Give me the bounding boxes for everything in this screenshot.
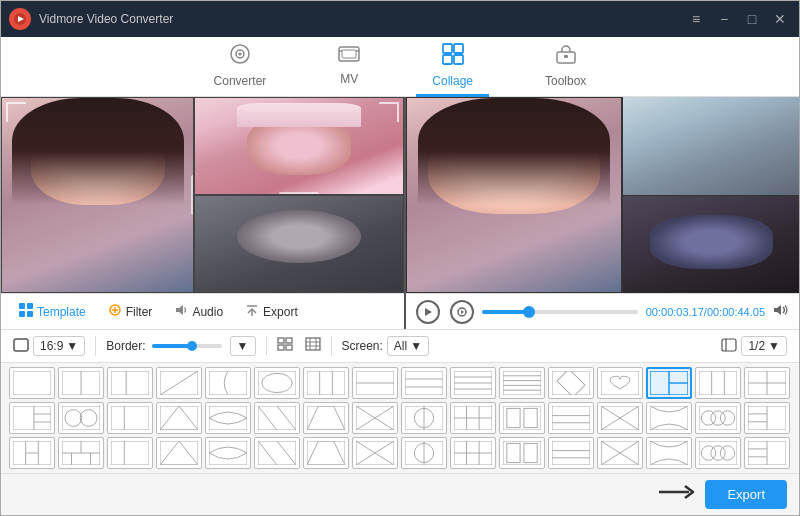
menu-button[interactable]: ≡	[685, 8, 707, 30]
grid-icon[interactable]	[277, 337, 293, 355]
progress-dot[interactable]	[523, 306, 535, 318]
template-cell-0[interactable]	[9, 367, 55, 399]
template-cell-30[interactable]	[695, 402, 741, 434]
svg-rect-48	[307, 371, 345, 395]
template-cell-41[interactable]	[450, 437, 496, 469]
corner-handle-tr[interactable]	[379, 102, 399, 122]
template-cell-40[interactable]	[401, 437, 447, 469]
svg-marker-24	[461, 310, 464, 314]
mv-icon	[338, 45, 360, 68]
template-cell-20[interactable]	[205, 402, 251, 434]
svg-rect-14	[564, 55, 568, 58]
template-cell-9[interactable]	[450, 367, 496, 399]
border-dropdown[interactable]: ▼	[230, 336, 256, 356]
export-toolbar-btn[interactable]: Export	[235, 299, 308, 324]
template-cell-23[interactable]	[352, 402, 398, 434]
template-cell-45[interactable]	[646, 437, 692, 469]
template-cell-1[interactable]	[58, 367, 104, 399]
tab-converter[interactable]: Converter	[198, 37, 283, 97]
minimize-button[interactable]: −	[713, 8, 735, 30]
svg-marker-160	[601, 441, 620, 465]
preview-cell-room	[623, 97, 799, 196]
svg-rect-66	[557, 371, 585, 395]
maximize-button[interactable]: □	[741, 8, 763, 30]
template-cell-2[interactable]	[107, 367, 153, 399]
photo-cake	[195, 98, 403, 194]
close-button[interactable]: ✕	[769, 8, 791, 30]
svg-line-140	[277, 441, 296, 465]
audio-btn[interactable]: Audio	[164, 299, 233, 324]
corner-handle-tl[interactable]	[6, 102, 26, 122]
template-cell-31[interactable]	[744, 402, 790, 434]
template-cell-37[interactable]	[254, 437, 300, 469]
play-button[interactable]	[416, 300, 440, 324]
template-cell-18[interactable]	[107, 402, 153, 434]
template-cell-47[interactable]	[744, 437, 790, 469]
template-cell-8[interactable]	[401, 367, 447, 399]
template-cell-13[interactable]	[646, 367, 692, 399]
template-cell-35[interactable]	[156, 437, 202, 469]
template-cell-26[interactable]	[499, 402, 545, 434]
template-cell-3[interactable]	[156, 367, 202, 399]
tab-toolbox[interactable]: Toolbox	[529, 37, 602, 97]
filter-btn[interactable]: Filter	[98, 299, 163, 324]
template-cell-11[interactable]	[548, 367, 594, 399]
collage-icon	[442, 43, 464, 70]
svg-rect-65	[552, 371, 590, 395]
template-cell-25[interactable]	[450, 402, 496, 434]
template-cell-10[interactable]	[499, 367, 545, 399]
template-cell-34[interactable]	[107, 437, 153, 469]
template-cell-17[interactable]	[58, 402, 104, 434]
collage-cell-dark[interactable]	[194, 195, 404, 293]
template-cell-7[interactable]	[352, 367, 398, 399]
tab-mv[interactable]: MV	[322, 39, 376, 95]
border-slider[interactable]	[152, 344, 222, 348]
screen-dropdown[interactable]: All ▼	[387, 336, 429, 356]
progress-bar[interactable]	[482, 310, 638, 314]
page-dropdown[interactable]: 1/2 ▼	[741, 336, 787, 356]
stop-button[interactable]	[450, 300, 474, 324]
template-cell-22[interactable]	[303, 402, 349, 434]
svg-rect-12	[454, 55, 463, 64]
template-cell-44[interactable]	[597, 437, 643, 469]
volume-icon[interactable]	[773, 303, 789, 320]
template-btn[interactable]: Template	[9, 299, 96, 324]
template-cell-15[interactable]	[744, 367, 790, 399]
template-cell-28[interactable]	[597, 402, 643, 434]
ratio-dropdown[interactable]: 16:9 ▼	[33, 336, 85, 356]
template-cell-16[interactable]	[9, 402, 55, 434]
collage-cell-cake[interactable]	[194, 97, 404, 195]
collage-cell-main[interactable]	[1, 97, 194, 293]
template-cell-38[interactable]	[303, 437, 349, 469]
template-cell-6[interactable]	[303, 367, 349, 399]
template-cell-4[interactable]	[205, 367, 251, 399]
template-cell-36[interactable]	[205, 437, 251, 469]
screen-control: Screen: All ▼	[342, 336, 430, 356]
template-cell-32[interactable]	[9, 437, 55, 469]
page-icon	[721, 338, 737, 355]
tab-collage[interactable]: Collage	[416, 37, 489, 97]
template-cell-39[interactable]	[352, 437, 398, 469]
template-cell-24[interactable]	[401, 402, 447, 434]
svg-rect-29	[278, 345, 284, 350]
video-preview-left	[1, 97, 404, 293]
template-cell-46[interactable]	[695, 437, 741, 469]
template-cell-19[interactable]	[156, 402, 202, 434]
template-cell-29[interactable]	[646, 402, 692, 434]
export-button[interactable]: Export	[705, 480, 787, 509]
svg-rect-138	[258, 441, 296, 465]
svg-rect-11	[443, 55, 452, 64]
screen-label: Screen:	[342, 339, 383, 353]
svg-rect-155	[524, 443, 537, 462]
template-cell-12[interactable]	[597, 367, 643, 399]
template-cell-21[interactable]	[254, 402, 300, 434]
svg-rect-135	[160, 441, 198, 465]
border-slider-container[interactable]	[152, 344, 222, 348]
pattern-icon[interactable]	[305, 337, 321, 355]
template-cell-5[interactable]	[254, 367, 300, 399]
template-cell-27[interactable]	[548, 402, 594, 434]
template-cell-14[interactable]	[695, 367, 741, 399]
template-cell-43[interactable]	[548, 437, 594, 469]
template-cell-42[interactable]	[499, 437, 545, 469]
template-cell-33[interactable]	[58, 437, 104, 469]
